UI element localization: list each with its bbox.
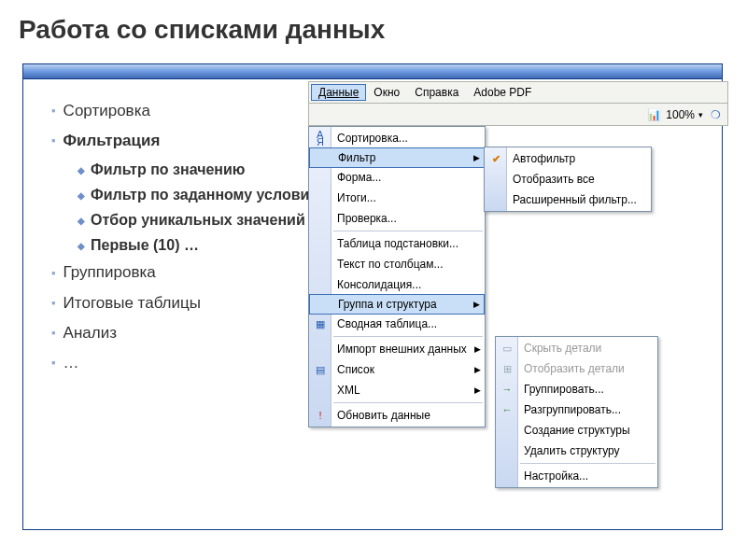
submenu-create-outline[interactable]: Создание структуры	[496, 420, 657, 441]
submenu-arrow-icon: ▶	[473, 153, 480, 162]
menubar-help[interactable]: Справка	[407, 84, 466, 101]
menu-consolidation[interactable]: Консолидация...	[309, 274, 485, 295]
menu-group-structure[interactable]: Группа и структура▶	[309, 294, 485, 315]
submenu-show-detail[interactable]: ⊞ Отобразить детали	[496, 358, 657, 379]
menu-xml[interactable]: XML▶	[309, 380, 485, 400]
check-icon: ✔	[487, 150, 504, 167]
menu-refresh[interactable]: ! Обновить данные	[309, 405, 485, 426]
chart-icon[interactable]: 📊	[645, 106, 662, 123]
plus-icon: ⊞	[499, 360, 515, 377]
zoom-level[interactable]: 100%	[666, 108, 695, 121]
menu-pivot[interactable]: ▦ Сводная таблица...	[309, 314, 485, 334]
menu-sort[interactable]: AЯ Сортировка...	[309, 128, 485, 148]
submenu-autofilter[interactable]: ✔ Автофильтр	[485, 148, 651, 169]
menu-filter[interactable]: Фильтр▶	[309, 147, 485, 168]
slide-frame: Сортировка Фильтрация Фильтр по значению…	[22, 63, 723, 530]
toolbar: 📊 100% ▾ ❍	[308, 104, 728, 126]
slide-title: Работа со списками данных	[0, 0, 747, 52]
menu-texttocol[interactable]: Текст по столбцам...	[309, 254, 485, 274]
menu-import[interactable]: Импорт внешних данных▶	[309, 339, 485, 359]
menubar: Данные Окно Справка Adobe PDF	[308, 81, 728, 104]
pivot-icon: ▦	[312, 315, 329, 332]
submenu-hide-detail[interactable]: ▭ Скрыть детали	[496, 338, 657, 358]
submenu-showall[interactable]: Отобразить все	[485, 169, 651, 189]
menu-validation[interactable]: Проверка...	[309, 208, 485, 229]
submenu-arrow-icon: ▶	[473, 300, 480, 309]
menu-totals[interactable]: Итоги...	[309, 188, 485, 208]
refresh-icon: !	[312, 407, 329, 424]
filter-submenu: ✔ Автофильтр Отобразить все Расширенный …	[484, 147, 652, 212]
menubar-adobe[interactable]: Adobe PDF	[466, 84, 539, 101]
menu-list[interactable]: ▤ Список▶	[309, 359, 485, 380]
submenu-ungroup[interactable]: ← Разгруппировать...	[496, 399, 657, 420]
submenu-arrow-icon: ▶	[474, 365, 481, 374]
menubar-window[interactable]: Окно	[366, 84, 407, 101]
submenu-arrow-icon: ▶	[474, 344, 481, 354]
excel-screenshot: Данные Окно Справка Adobe PDF 📊 100% ▾ ❍…	[308, 81, 728, 462]
menu-form[interactable]: Форма...	[309, 167, 485, 188]
arrow-right-icon: →	[499, 381, 515, 398]
menubar-data[interactable]: Данные	[311, 84, 366, 101]
frame-header-bar	[23, 64, 722, 79]
group-submenu: ▭ Скрыть детали ⊞ Отобразить детали → Гр…	[495, 336, 658, 488]
submenu-advanced-filter[interactable]: Расширенный фильтр...	[485, 189, 651, 210]
sort-icon: AЯ	[312, 130, 329, 147]
menu-lookup[interactable]: Таблица подстановки...	[309, 233, 485, 254]
arrow-left-icon: ←	[499, 401, 515, 418]
data-menu: AЯ Сортировка... Фильтр▶ Форма... Итоги.…	[308, 126, 486, 427]
submenu-settings[interactable]: Настройка...	[496, 466, 657, 486]
list-icon: ▤	[312, 361, 329, 378]
submenu-delete-outline[interactable]: Удалить структуру	[496, 441, 657, 461]
help-icon[interactable]: ❍	[707, 106, 724, 123]
submenu-arrow-icon: ▶	[474, 385, 481, 395]
minus-icon: ▭	[499, 340, 515, 357]
submenu-group[interactable]: → Группировать...	[496, 379, 657, 399]
